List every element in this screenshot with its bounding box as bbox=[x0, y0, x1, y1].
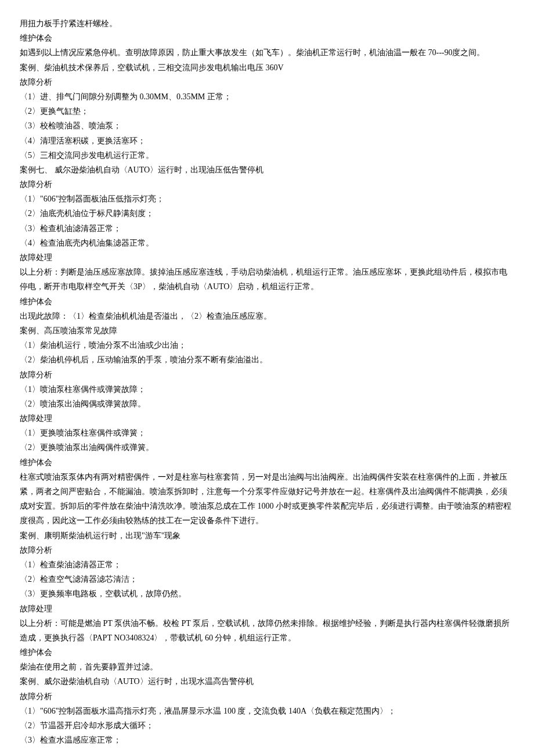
document-line: 〈1〉"606"控制器面板水温高指示灯亮，液晶屏显示水温 100 度，交流负载 … bbox=[20, 704, 514, 718]
document-line: 维护体会 bbox=[20, 645, 514, 660]
document-line: 〈3〉检查水温感应塞正常； bbox=[20, 733, 514, 747]
document-line: 〈4〉检查油底壳内机油集滤器正常。 bbox=[20, 236, 514, 250]
document-line: 〈5〉三相交流同步发电机运行正常。 bbox=[20, 148, 514, 163]
document-line: 以上分析：可能是燃油 PT 泵供油不畅。校检 PT 泵后，空载试机，故障仍然未排… bbox=[20, 616, 514, 645]
document-line: 〈4〉清理活塞积碳，更换活塞环； bbox=[20, 134, 514, 148]
document-line: 〈1〉进、排气门间隙分别调整为 0.30MM、0.35MM 正常； bbox=[20, 89, 514, 104]
document-line: 〈2〉更换气缸垫； bbox=[20, 104, 514, 118]
document-line: 〈3〉校检喷油器、喷油泵； bbox=[20, 118, 514, 133]
document-line: 〈2〉检查空气滤清器滤芯清洁； bbox=[20, 572, 514, 586]
document-line: 〈3〉更换频率电路板，空载试机，故障仍然。 bbox=[20, 586, 514, 601]
document-line: 故障处理 bbox=[20, 411, 514, 426]
document-line: 〈1〉柴油机运行，喷油分泵不出油或少出油； bbox=[20, 338, 514, 352]
document-line: 用扭力板手拧紧连杆螺栓。 bbox=[20, 16, 514, 31]
document-line: 〈1〉检查柴油滤清器正常； bbox=[20, 557, 514, 572]
document-line: 案例、柴油机技术保养后，空载试机，三相交流同步发电机输出电压 360V bbox=[20, 60, 514, 75]
document-line: 故障分析 bbox=[20, 177, 514, 192]
document-line: 维护体会 bbox=[20, 455, 514, 470]
document-body: 用扭力板手拧紧连杆螺栓。 维护体会 如遇到以上情况应紧急停机。查明故障原因，防止… bbox=[20, 16, 514, 747]
document-line: 故障分析 bbox=[20, 368, 514, 382]
document-line: 〈1〉"606"控制器面板油压低指示灯亮； bbox=[20, 192, 514, 206]
document-line: 故障分析 bbox=[20, 543, 514, 557]
document-line: 〈2〉节温器开启冷却水形成大循环； bbox=[20, 718, 514, 733]
document-line: 故障处理 bbox=[20, 602, 514, 616]
document-line: 〈3〉检查机油滤清器正常； bbox=[20, 221, 514, 236]
document-line: 案例七、 威尔逊柴油机自动〈AUTO〉运行时，出现油压低告警停机 bbox=[20, 163, 514, 177]
document-line: 〈2〉柴油机停机后，压动输油泵的手泵，喷油分泵不断有柴油溢出。 bbox=[20, 352, 514, 367]
document-line: 〈2〉更换喷油泵出油阀偶件或弹簧。 bbox=[20, 440, 514, 455]
document-line: 〈1〉更换喷油泵柱塞偶件或弹簧； bbox=[20, 426, 514, 440]
document-line: 出现此故障：〈1〉检查柴油机机油是否溢出，〈2〉检查油压感应塞。 bbox=[20, 309, 514, 323]
document-line: 案例、威尔逊柴油机自动〈AUTO〉运行时，出现水温高告警停机 bbox=[20, 674, 514, 689]
document-line: 故障分析 bbox=[20, 75, 514, 89]
document-line: 〈2〉喷油泵出油阀偶或弹簧故障。 bbox=[20, 397, 514, 411]
document-line: 案例、康明斯柴油机运行时，出现"游车"现象 bbox=[20, 528, 514, 543]
document-line: 柱塞式喷油泵泵体内有两对精密偶件，一对是柱塞与柱塞套筒，另一对是出油阀与出油阀座… bbox=[20, 470, 514, 528]
document-line: 维护体会 bbox=[20, 31, 514, 45]
document-line: 故障处理 bbox=[20, 250, 514, 265]
document-line: 〈2〉油底壳机油位于标尺静满刻度； bbox=[20, 206, 514, 221]
document-line: 维护体会 bbox=[20, 294, 514, 309]
document-line: 柴油在使用之前，首先要静置并过滤。 bbox=[20, 660, 514, 674]
document-line: 如遇到以上情况应紧急停机。查明故障原因，防止重大事故发生（如飞车）。柴油机正常运… bbox=[20, 45, 514, 60]
document-line: 故障分析 bbox=[20, 689, 514, 704]
document-line: 案例、高压喷油泵常见故障 bbox=[20, 323, 514, 338]
document-line: 以上分析：判断是油压感应塞故障。拔掉油压感应塞连线，手动启动柴油机，机组运行正常… bbox=[20, 265, 514, 294]
document-line: 〈1〉喷油泵柱塞偶件或弹簧故障； bbox=[20, 382, 514, 397]
